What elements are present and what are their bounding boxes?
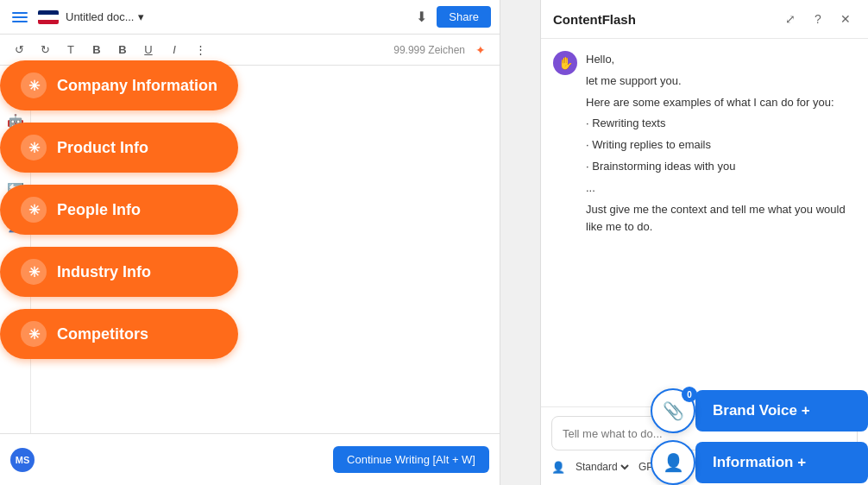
continue-writing-button[interactable]: Continue Writing [Alt + W] <box>333 446 489 473</box>
user-avatar: MS <box>10 448 35 472</box>
editor-bottom-bar: MS Continue Writing [Alt + W] <box>0 433 500 485</box>
information-row: 👤 Information + <box>651 440 868 485</box>
product-info-button[interactable]: ✳ Product Info <box>0 123 238 173</box>
badge-count: 0 <box>682 387 697 402</box>
highlight-button[interactable]: ✦ <box>470 40 491 60</box>
industry-info-button[interactable]: ✳ Industry Info <box>0 247 238 297</box>
industry-info-label: Industry Info <box>57 263 151 281</box>
competitors-button[interactable]: ✳ Competitors <box>0 309 238 359</box>
industry-icon: ✳ <box>21 259 47 285</box>
share-button[interactable]: Share <box>437 6 491 28</box>
information-label: Information + <box>713 454 806 471</box>
competitors-label: Competitors <box>57 325 148 343</box>
contentflash-header: ContentFlash ⤢ ? ✕ <box>541 0 868 39</box>
chevron-down-icon: ▾ <box>138 10 144 23</box>
competitors-icon: ✳ <box>21 321 47 347</box>
people-info-label: People Info <box>57 201 141 219</box>
brand-voice-label: Brand Voice + <box>713 402 810 419</box>
paperclip-button[interactable]: 📎 0 <box>651 388 695 433</box>
people-info-button[interactable]: ✳ People Info <box>0 185 238 235</box>
cf-avatar: ✋ <box>553 51 577 75</box>
product-icon: ✳ <box>21 135 47 161</box>
person-button[interactable]: 👤 <box>651 440 695 485</box>
product-info-label: Product Info <box>57 139 148 157</box>
doc-title[interactable]: Untitled doc... ▾ <box>66 10 144 23</box>
company-information-button[interactable]: ✳ Company Information <box>0 60 238 110</box>
standard-select[interactable]: Standard <box>572 460 632 474</box>
hamburger-menu[interactable] <box>9 9 31 26</box>
language-flag[interactable] <box>38 10 59 24</box>
information-button[interactable]: Information + <box>695 442 868 483</box>
user-footer-icon: 👤 <box>551 461 565 474</box>
floating-action-buttons: 📎 0 Brand Voice + 👤 Information + <box>651 388 868 485</box>
doc-title-text: Untitled doc... <box>66 10 135 23</box>
paperclip-icon: 📎 <box>663 400 684 421</box>
company-information-label: Company Information <box>57 77 217 95</box>
cf-message: ✋ Hello, let me support you. Here are so… <box>553 51 856 240</box>
info-buttons-panel: ✳ Company Information ✳ Product Info ✳ P… <box>0 52 238 368</box>
people-btn-icon: ✳ <box>21 197 47 223</box>
cf-message-text: Hello, let me support you. Here are some… <box>586 51 856 240</box>
expand-button[interactable]: ⤢ <box>780 9 801 29</box>
help-button[interactable]: ? <box>808 9 828 29</box>
download-icon[interactable]: ⬇ <box>412 9 430 26</box>
close-button[interactable]: ✕ <box>835 9 856 29</box>
brand-voice-button[interactable]: Brand Voice + <box>695 390 868 431</box>
char-count: 99.999 Zeichen <box>393 44 465 56</box>
person-icon: 👤 <box>663 452 684 473</box>
company-icon: ✳ <box>21 72 47 98</box>
contentflash-title: ContentFlash <box>553 12 773 27</box>
brand-voice-row: 📎 0 Brand Voice + <box>651 388 868 433</box>
top-toolbar: Untitled doc... ▾ ⬇ Share <box>0 0 500 35</box>
contentflash-body: ✋ Hello, let me support you. Here are so… <box>541 39 868 406</box>
